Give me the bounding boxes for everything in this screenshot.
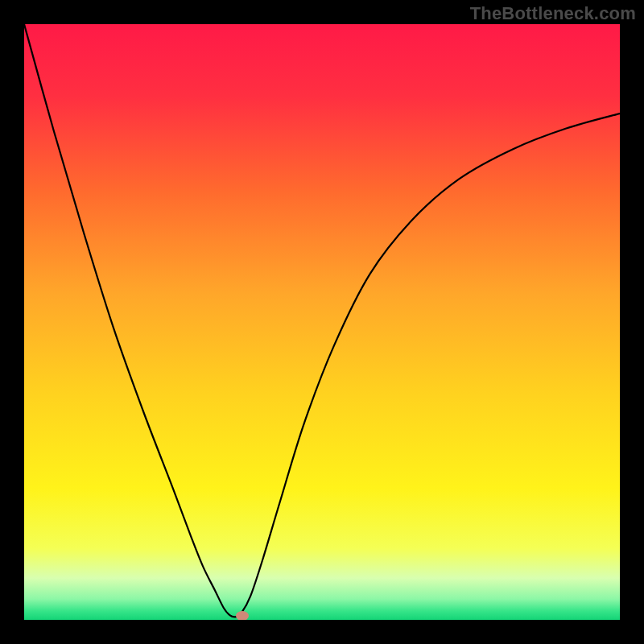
plot-area — [24, 24, 620, 620]
gradient-background — [24, 24, 620, 620]
chart-frame: TheBottleneck.com — [0, 0, 644, 644]
plot-svg — [24, 24, 620, 620]
watermark-text: TheBottleneck.com — [470, 3, 636, 24]
